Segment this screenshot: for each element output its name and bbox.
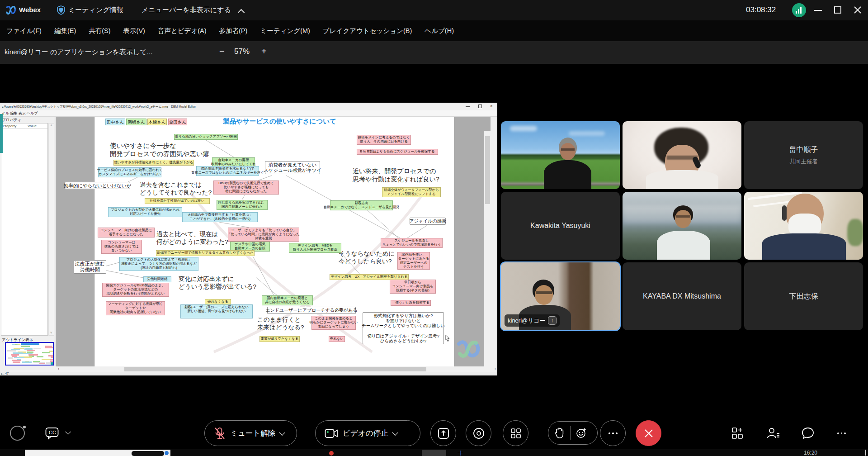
sticky-note[interactable]: デザイン思考、MBDを 取り入れた開発プロセス改革: [289, 243, 341, 253]
property-panel: プロパティ Property Value ˄˅ アウトライン表示: [0, 117, 55, 366]
unmute-chevron-icon[interactable]: [279, 429, 285, 435]
editor-menubar[interactable]: イル 編集 表示 ヘルプ: [0, 110, 497, 117]
record-button[interactable]: [466, 420, 491, 446]
participant-video-tile[interactable]: [623, 121, 741, 189]
participant-video-tile[interactable]: kineri@リコー↑: [501, 262, 620, 330]
editor-maximize-button[interactable]: [478, 104, 482, 108]
sticky-note[interactable]: 金田さん: [168, 119, 187, 125]
participant-video-tile[interactable]: [623, 192, 741, 260]
sticky-note[interactable]: 仕様を満たす性能が出ていれば良い: [145, 198, 210, 204]
canvas-hscrollbar[interactable]: ‹ ›: [0, 366, 497, 372]
zoom-out-button[interactable]: −: [219, 46, 225, 57]
unmute-button[interactable]: ミュート解除: [204, 420, 297, 446]
sticky-note[interactable]: このまま開発を進めると 明らかにターゲットに響かない 製品になってしまう: [311, 316, 356, 330]
sticky-note[interactable]: 田中さん: [105, 119, 125, 125]
minimize-button[interactable]: [814, 10, 822, 11]
sticky-note[interactable]: 事業が成り立たなくなる: [259, 336, 300, 342]
sticky-note[interactable]: コンシューマーは 技術の高度さだけでは 食いつかない: [101, 240, 142, 254]
menu-view[interactable]: 表示(V): [117, 27, 151, 35]
menu-share[interactable]: 共有(S): [82, 27, 117, 35]
sticky-note[interactable]: コンシューマー向けの自社製品に 着手することになった: [98, 228, 155, 238]
sticky-note[interactable]: 乗り心地の良いショックアブソーバ開発: [174, 134, 238, 140]
menu-file[interactable]: ファイル(F): [0, 27, 48, 35]
sticky-note[interactable]: 大組織の中で直接担当する「仕事を選ぶ」 ことができた。(比較的小規模の一品PJ): [182, 212, 258, 222]
sticky-note[interactable]: アジャイルの感覚: [410, 218, 446, 225]
sticky-note[interactable]: 開発スケジュールがBtoB製品のまま。 ターゲットの生活環境などの 現状調査や分…: [102, 283, 169, 297]
sticky-note[interactable]: 売れない: [329, 336, 345, 342]
menu-help[interactable]: ヘルプ(H): [418, 27, 460, 35]
sticky-note[interactable]: プロジェクトの大型化に加えて「複雑化」 法改正によって、つくり方の選択肢が増える…: [119, 257, 198, 271]
sticky-note[interactable]: 同じ乗り心地を実現できれば、 国内自動車メーカに売れた: [217, 200, 268, 210]
sticky-note[interactable]: 満嶋さん: [126, 119, 146, 125]
minimap-note: [13, 352, 22, 354]
stop-video-chevron-icon[interactable]: [392, 429, 398, 435]
editor-minimize-button[interactable]: [466, 106, 470, 107]
sticky-note[interactable]: スケジュールを見直し ちょっとでもいいので市場調査を行う: [381, 238, 443, 248]
menu-breakout[interactable]: ブレイクアウトセッション(B): [316, 27, 418, 35]
sticky-note[interactable]: デザイン思考、UX、アジャイル開発を取り入れる: [330, 274, 409, 280]
canvas-vscrollbar[interactable]: [484, 131, 491, 366]
apps-button[interactable]: [503, 420, 528, 446]
sticky-note[interactable]: 「使う」行為を観察する: [391, 300, 431, 306]
sticky-note[interactable]: B to B製品よりも長めにスケジュールを確保する: [357, 149, 438, 155]
participant-name-tile[interactable]: 下田志保: [744, 262, 863, 330]
menu-audio-video[interactable]: 音声とビデオ(A): [151, 27, 213, 35]
sticky-note[interactable]: 形式知化するやり方は無いか? を掘り下げないと チームワークとしてやっていくのは…: [363, 312, 444, 344]
sticky-note[interactable]: マーケティングに対する意識が弱く ターゲットや 同業他社の動向を把握していない: [106, 301, 165, 315]
meeting-info-button[interactable]: ミーティング情報: [68, 6, 123, 14]
sticky-note[interactable]: 組織全体がウォータフォール型から アジャイル型開発にシフトする: [382, 187, 441, 197]
hide-menubar-button[interactable]: メニューバーを非表示にする: [142, 6, 231, 14]
menu-meeting[interactable]: ミーティング(M): [254, 27, 316, 35]
sticky-note[interactable]: 常日頃から コンシューマー向け製品を 観察する(ネタの蓄積): [390, 280, 436, 294]
editor-titlebar: c:¥users¥r00523695¥desktop¥デスクトップ整理¥dbm_…: [0, 103, 497, 110]
sticky-note[interactable]: エンドユーザーにアプローチする必要がある: [267, 307, 356, 314]
menu-participants[interactable]: 参加者(P): [213, 27, 254, 35]
sticky-note[interactable]: 試作品を使い、 ターゲットにあたる 想定ユーザーへの テストを行う: [397, 252, 430, 270]
sticky-note[interactable]: 労働時間短縮: [143, 276, 171, 282]
chat-panel-button[interactable]: [801, 427, 815, 440]
add-apps-panel-button[interactable]: [731, 427, 744, 440]
sticky-note[interactable]: 売れなくなる: [205, 299, 231, 305]
captions-chevron-icon[interactable]: [65, 429, 71, 435]
zoom-in-button[interactable]: +: [261, 46, 267, 57]
sticky-note[interactable]: 法改正が進む 労働時間: [74, 260, 106, 274]
participant-name-tile[interactable]: 畠中順子共同主催者: [744, 121, 863, 189]
participants-panel-button[interactable]: [766, 426, 780, 441]
participant-video-tile[interactable]: [744, 192, 863, 260]
more-panels-button[interactable]: [837, 432, 846, 434]
property-scrollbar[interactable]: ˄˅: [48, 123, 54, 336]
editor-close-button[interactable]: ×: [490, 104, 493, 109]
sticky-note[interactable]: 顧客(ユーザー)真のニーズに応えられない 新しい価値、気づきを見つけられない ・…: [180, 304, 253, 318]
sticky-note[interactable]: 技術をメインに考えるのではなく 使う人、その周囲に目を向ける: [357, 135, 411, 145]
leave-meeting-button[interactable]: [636, 420, 661, 446]
captions-button[interactable]: CC: [45, 427, 59, 440]
participant-name-tile[interactable]: Kawakita Yasuyuki: [501, 192, 620, 260]
sticky-note[interactable]: ユーザーはモノよりも「使っている自分」 「使っている時間」に意識が向くようになっ…: [228, 228, 299, 242]
sticky-note[interactable]: 国内自動車メーカの衰退と 共に会社の存続が危うくなる: [262, 295, 313, 305]
raise-hand-button[interactable]: [555, 427, 565, 439]
menu-edit[interactable]: 編集(E): [48, 27, 82, 35]
outline-minimap[interactable]: [5, 342, 54, 366]
sticky-note[interactable]: 使いやすさが目標値化されにくく、優先度が下がる: [113, 160, 194, 166]
reactions-button[interactable]: [576, 428, 587, 438]
participant-video-tile[interactable]: [501, 121, 620, 189]
sticky-note[interactable]: 木練さん: [147, 119, 167, 125]
assistant-icon[interactable]: [10, 426, 25, 441]
sticky-note[interactable]: SNS等でユーザー間で情報をリアルタイム共有しやすくなった: [156, 250, 255, 256]
stop-video-button[interactable]: ビデオの停止: [315, 420, 420, 446]
minimap-title-mark: [21, 343, 39, 345]
share-button[interactable]: [430, 420, 456, 446]
sticky-note[interactable]: サービス供給のプロセスの効率に囚われて カスタマイズにエネルギーをかけづらい: [98, 167, 161, 177]
close-button[interactable]: [854, 6, 862, 14]
shield-icon[interactable]: [57, 5, 65, 15]
sticky-note[interactable]: 供給側論理(新規性を求めるなど)で 直接ニーズではないものにもエネルギーを注ぐ: [196, 166, 259, 176]
sticky-note[interactable]: 顧客志向 自動車メーカではなく、エンドユーザを見た開発: [330, 200, 393, 210]
sticky-note[interactable]: BtoBの製品なので技術先行で進めて 使いやすさが犠牲になっても 特に問題にはな…: [213, 180, 279, 195]
sticky-note[interactable]: プロジェクトの大型化で大量供給が求められ 対応スピードを優先: [108, 207, 182, 217]
sticky-note[interactable]: 消費者が見えていない スケジュール感覚がキツイ: [265, 161, 320, 174]
connection-quality-icon[interactable]: [792, 3, 806, 17]
participant-name-tile[interactable]: KAYABA DX Mitsushima: [623, 262, 741, 330]
maximize-button[interactable]: [834, 6, 841, 14]
sticky-note[interactable]: 効率的にやらないといけないが: [65, 182, 130, 189]
more-options-button[interactable]: [600, 420, 626, 446]
